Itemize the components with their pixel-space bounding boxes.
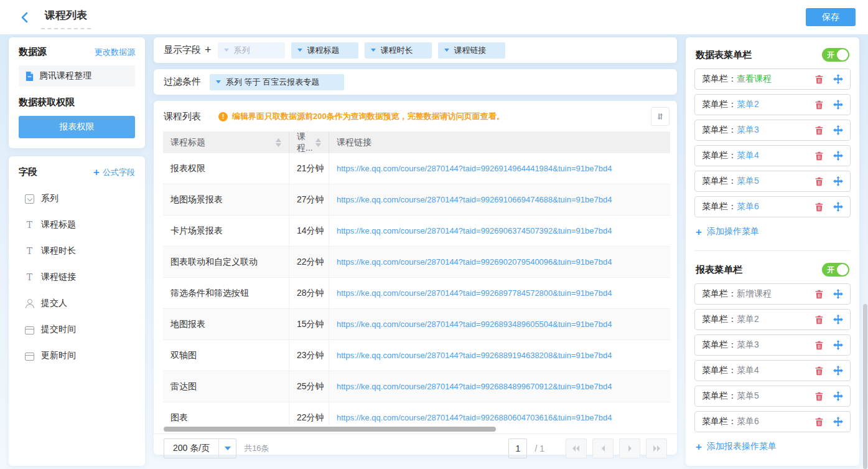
menu-item[interactable]: 菜单栏：菜单5 — [694, 386, 851, 407]
delete-menu-button[interactable] — [814, 126, 824, 135]
display-field-tag[interactable]: 系列 — [218, 42, 285, 59]
menu-item-name[interactable]: 菜单5 — [737, 176, 759, 187]
field-item[interactable]: 课程标题 — [25, 219, 135, 230]
move-icon — [833, 315, 843, 325]
table-menu-toggle[interactable]: 开 — [822, 48, 849, 62]
first-page-button[interactable] — [566, 438, 587, 458]
move-menu-button[interactable] — [833, 417, 843, 427]
page-size-select[interactable]: 200 条/页 — [164, 438, 236, 458]
field-item[interactable]: 课程时长 — [25, 245, 135, 257]
cell-course-link[interactable]: https://ke.qq.com/course/2870144?taid=99… — [329, 278, 670, 308]
move-menu-button[interactable] — [833, 202, 843, 212]
back-button[interactable] — [16, 9, 32, 26]
cell-course-link[interactable]: https://ke.qq.com/course/2870144?taid=99… — [329, 216, 670, 246]
report-menu-toggle[interactable]: 开 — [822, 263, 849, 277]
save-button[interactable]: 保存 — [806, 8, 856, 26]
vertical-scrollbar-thumb[interactable] — [863, 304, 867, 469]
move-menu-button[interactable] — [833, 315, 843, 325]
display-field-tag[interactable]: 课程链接 — [438, 42, 505, 59]
delete-menu-button[interactable] — [814, 366, 824, 376]
cell-course-link[interactable]: https://ke.qq.com/course/2870144?taid=99… — [329, 371, 670, 402]
add-report-menu-link[interactable]: + 添加报表操作菜单 — [696, 441, 849, 452]
page-count: / 1 — [534, 443, 544, 453]
delete-menu-button[interactable] — [814, 315, 824, 325]
delete-menu-button[interactable] — [814, 75, 824, 84]
menu-item[interactable]: 菜单栏：菜单2 — [694, 309, 851, 330]
field-label: 系列 — [41, 193, 58, 204]
menu-item[interactable]: 菜单栏：菜单4 — [694, 360, 851, 381]
move-icon — [833, 125, 843, 135]
delete-menu-button[interactable] — [814, 341, 824, 350]
table-row: 雷达图 25分钟 https://ke.qq.com/course/287014… — [163, 371, 670, 402]
menu-item-name[interactable]: 菜单2 — [737, 99, 759, 110]
move-menu-button[interactable] — [833, 100, 843, 110]
menu-item[interactable]: 菜单栏：菜单4 — [694, 145, 851, 166]
menu-item-name[interactable]: 菜单5 — [737, 391, 759, 402]
column-header-duration[interactable]: 课程... — [289, 131, 329, 154]
menu-item[interactable]: 菜单栏：菜单3 — [694, 120, 851, 141]
delete-menu-button[interactable] — [814, 151, 824, 161]
display-field-tag[interactable]: 课程标题 — [291, 42, 358, 59]
delete-menu-button[interactable] — [814, 290, 824, 299]
menu-item-name[interactable]: 菜单4 — [737, 365, 759, 376]
cell-course-link[interactable]: https://ke.qq.com/course/2870144?taid=99… — [329, 402, 670, 425]
delete-menu-button[interactable] — [814, 100, 824, 110]
menu-item-name[interactable]: 菜单3 — [737, 339, 759, 351]
display-field-tag[interactable]: 课程时长 — [365, 42, 432, 59]
menu-item-name[interactable]: 新增课程 — [737, 288, 772, 300]
menu-item[interactable]: 菜单栏：菜单5 — [694, 171, 851, 192]
cell-course-link[interactable]: https://ke.qq.com/course/2870144?taid=99… — [329, 247, 670, 277]
add-table-menu-link[interactable]: + 添加操作菜单 — [696, 226, 849, 237]
prev-page-button[interactable] — [592, 438, 614, 458]
sort-order-button[interactable] — [651, 107, 670, 126]
last-page-button[interactable] — [646, 438, 667, 458]
right-sidebar: 数据表菜单栏 开 菜单栏：查看课程 菜单栏：菜单2 — [686, 37, 859, 466]
cell-course-link[interactable]: https://ke.qq.com/course/2870144?taid=99… — [329, 184, 670, 215]
field-item[interactable]: 更新时间 — [25, 350, 135, 361]
field-item[interactable]: 提交时间 — [25, 324, 135, 335]
cell-course-link[interactable]: https://ke.qq.com/course/2870144?taid=99… — [329, 340, 670, 371]
field-label: 提交人 — [41, 298, 67, 309]
menu-item-name[interactable]: 菜单4 — [737, 150, 759, 161]
report-permission-button[interactable]: 报表权限 — [19, 116, 135, 138]
move-menu-button[interactable] — [833, 391, 843, 401]
menu-item[interactable]: 菜单栏：新增课程 — [694, 283, 851, 305]
menu-item-name[interactable]: 菜单3 — [737, 125, 759, 136]
delete-menu-button[interactable] — [814, 417, 824, 427]
move-menu-button[interactable] — [833, 176, 843, 186]
menu-item-name[interactable]: 菜单2 — [737, 314, 759, 325]
move-menu-button[interactable] — [833, 151, 843, 161]
change-datasource-link[interactable]: 更改数据源 — [95, 47, 135, 58]
column-header-title[interactable]: 课程标题 — [163, 131, 289, 154]
menu-item[interactable]: 菜单栏：查看课程 — [694, 69, 851, 90]
horizontal-scrollbar-thumb[interactable] — [164, 427, 496, 432]
menu-item-name[interactable]: 查看课程 — [737, 73, 772, 85]
menu-item-name[interactable]: 菜单6 — [737, 201, 759, 212]
menu-item-name[interactable]: 菜单6 — [737, 416, 759, 427]
cell-course-link[interactable]: https://ke.qq.com/course/2870144?taid=99… — [329, 309, 670, 339]
menu-item[interactable]: 菜单栏：菜单3 — [694, 334, 851, 356]
menu-item[interactable]: 菜单栏：菜单6 — [694, 411, 851, 432]
next-page-button[interactable] — [619, 438, 640, 458]
field-item[interactable]: 课程链接 — [25, 272, 135, 283]
field-item[interactable]: 提交人 — [25, 298, 135, 309]
delete-menu-button[interactable] — [814, 177, 824, 186]
add-display-field-button[interactable]: + — [205, 44, 212, 57]
move-menu-button[interactable] — [833, 340, 843, 350]
move-menu-button[interactable] — [833, 366, 843, 376]
add-formula-field-link[interactable]: + 公式字段 — [93, 167, 135, 178]
datasource-item[interactable]: 腾讯课程整理 — [19, 65, 135, 87]
delete-menu-button[interactable] — [814, 392, 824, 401]
menu-item[interactable]: 菜单栏：菜单6 — [694, 196, 851, 217]
cell-course-link[interactable]: https://ke.qq.com/course/2870144?taid=99… — [329, 153, 670, 184]
report-menu-items: 菜单栏：新增课程 菜单栏：菜单2 菜单栏：菜单3 — [694, 283, 851, 437]
menu-item[interactable]: 菜单栏：菜单2 — [694, 94, 851, 115]
delete-menu-button[interactable] — [814, 202, 824, 212]
move-menu-button[interactable] — [833, 74, 843, 84]
field-item[interactable]: 系列 — [25, 193, 135, 204]
move-menu-button[interactable] — [833, 125, 843, 135]
filter-condition-tag[interactable]: 系列 等于 百宝云报表专题 — [210, 74, 344, 90]
move-menu-button[interactable] — [833, 289, 843, 299]
sort-icon — [315, 138, 321, 147]
page-number-input[interactable]: 1 — [508, 438, 527, 458]
